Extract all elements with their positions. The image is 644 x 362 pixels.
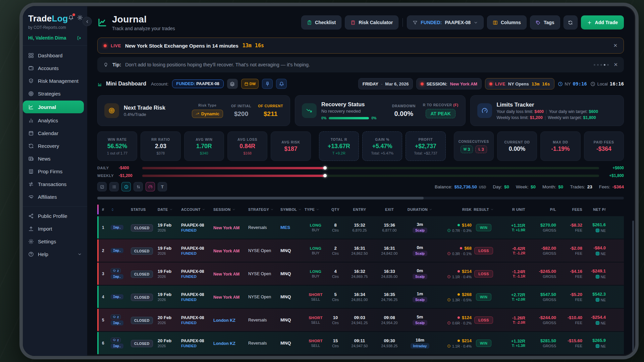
bar-chart-icon <box>28 118 34 123</box>
trade-strategy: Reversals <box>248 341 280 346</box>
sidebar-item-public-profile[interactable]: Public Profile <box>23 209 87 222</box>
sidebar-item-recovery[interactable]: Recovery <box>23 139 87 152</box>
sidebar-item-risk-management[interactable]: Risk Management <box>23 74 87 87</box>
fees-value: -$2.08 <box>556 246 582 251</box>
edit-note-button[interactable] <box>97 182 107 191</box>
column-type[interactable]: TYPE <box>305 207 327 212</box>
r-unit-value: +1.32R <box>496 339 525 344</box>
balance-summary: Balance:$52,736.50USD Day:$0 Week:$0 Mon… <box>435 184 624 189</box>
refresh-button[interactable] <box>564 15 578 29</box>
layers-toggle-button[interactable] <box>227 79 238 89</box>
column-pl[interactable]: P/L <box>525 207 556 212</box>
fees-total: -$364 <box>612 184 624 189</box>
column-exit[interactable]: EXIT <box>375 207 404 212</box>
sidebar-item-import[interactable]: Import <box>23 222 87 235</box>
column-date[interactable]: DATE <box>158 207 181 212</box>
sidebar-item-calendar[interactable]: Calendar <box>23 127 87 139</box>
horizontal-scrollbar-thumb[interactable] <box>97 197 424 199</box>
trade-account: PAAPEX-08 <box>181 269 213 274</box>
trade-strategy: NYSE Open <box>248 248 280 253</box>
sidebar-item-accounts[interactable]: Accounts <box>23 62 87 74</box>
close-banner-icon[interactable]: ✕ <box>613 43 618 49</box>
close-tip-icon[interactable]: ✕ <box>613 62 618 68</box>
newspaper-icon <box>28 156 34 162</box>
column-strategy[interactable]: STRATEGY <box>248 207 280 212</box>
app-tagline: by COT-Reports.com <box>28 25 68 30</box>
account-badge[interactable]: FUNDED: PAAPEX-08 <box>172 79 224 88</box>
gauge-toggle-button[interactable] <box>146 182 155 191</box>
mini-dashboard-bar: Mini Dashboard Account: FUNDED: PAAPEX-0… <box>97 77 624 90</box>
sidebar-item-dashboard[interactable]: Dashboard <box>23 49 87 62</box>
column-status[interactable]: STATUS <box>131 207 158 212</box>
column-qty[interactable]: QTY <box>327 207 344 212</box>
sidebar-item-transactions[interactable]: Transactions <box>23 178 87 190</box>
info-toggle-button[interactable] <box>121 182 131 191</box>
sidebar-collapse-button[interactable] <box>83 17 92 26</box>
entry-time: 15:32 <box>344 223 375 228</box>
exit-time: 09:30 <box>375 338 404 343</box>
weekly-limit-bar: WEEKLY -$1,200 +$1,800 <box>97 173 624 178</box>
sort-button[interactable] <box>133 182 143 191</box>
stat-card: AVG RISK $187 <box>271 131 311 161</box>
stat-card: MAX DD -1.19% <box>540 131 580 161</box>
pin-button[interactable] <box>262 79 273 89</box>
sidebar-item-settings[interactable]: Settings <box>23 235 87 248</box>
mini-dashboard-title: Mini Dashboard <box>106 81 146 87</box>
tip-text: Don't add to losing positions hoping the… <box>125 62 310 67</box>
tags-button[interactable]: Tags <box>530 15 560 29</box>
daily-weekly-toggle-button[interactable]: DW <box>241 79 259 89</box>
text-tool-button[interactable]: T <box>158 182 167 191</box>
risk-dot-icon <box>458 340 460 342</box>
notifications-bell-icon[interactable] <box>68 15 74 20</box>
stat-subvalue: T +9.2R <box>332 151 345 155</box>
sidebar-item-strategies[interactable]: Strategies <box>23 87 87 100</box>
column-session[interactable]: SESSION <box>213 207 248 212</box>
checklist-button[interactable]: Checklist <box>301 15 341 29</box>
column-fees[interactable]: FEES <box>556 207 582 212</box>
duration-tag: Scalp <box>413 228 427 233</box>
column-duration[interactable]: DURATION <box>404 207 436 212</box>
sidebar-item-help[interactable]: Help <box>23 248 87 260</box>
table-row[interactable]: 6 2 Imp. CLOSED 20 Feb2026 PAAPEX-08FUND… <box>97 332 624 354</box>
sidebar-item-analytics[interactable]: Analytics <box>23 114 87 127</box>
table-row[interactable]: 4 Imp. CLOSED 19 Feb2026 PAAPEX-08FUNDED… <box>97 286 624 308</box>
tip-pagination-dots[interactable] <box>594 64 609 66</box>
column-net-pl[interactable]: NET P/ <box>582 207 606 212</box>
sidebar-item-news[interactable]: News <box>23 152 87 165</box>
trade-session: New York AM <box>213 249 239 253</box>
account-filter-button[interactable]: FUNDED:PAAPEX-08 <box>407 15 484 29</box>
table-row[interactable]: 1 Imp. CLOSED 19 Feb2026 PAAPEX-08FUNDED… <box>97 216 624 239</box>
net-pl-value: $265.9 <box>582 338 606 343</box>
theme-toggle-icon[interactable] <box>77 15 83 20</box>
sidebar-item-prop-firms[interactable]: Prop Firms <box>23 165 87 178</box>
result-badge: LOSS <box>474 270 493 278</box>
add-trade-button[interactable]: Add Trade <box>581 15 624 29</box>
column-entry[interactable]: ENTRY <box>344 207 375 212</box>
table-row[interactable]: 5 2 Imp. CLOSED 20 Feb2026 PAAPEX-08FUND… <box>97 309 624 331</box>
column-account[interactable]: ACCOUNT <box>181 207 213 212</box>
alerts-bell-button[interactable] <box>276 79 287 89</box>
sidebar-item-affiliates[interactable]: Affiliates <box>23 190 87 203</box>
local-clock: Local16:16 <box>590 81 624 86</box>
risk-calculator-button[interactable]: Risk Calculator <box>345 15 398 29</box>
sidebar-item-journal[interactable]: Journal <box>23 101 84 113</box>
column-symbol[interactable]: SYMBOL <box>280 207 305 212</box>
column-sort[interactable] <box>111 208 131 212</box>
main-content: Journal Track and analyze your trades Ch… <box>87 6 635 356</box>
trade-direction: SHORT <box>305 293 327 297</box>
refresh-icon <box>568 20 573 25</box>
column-risk[interactable]: RISK <box>436 207 472 212</box>
stat-label: MAX DD <box>553 140 568 144</box>
risk-type-badge[interactable]: Dynamic <box>192 110 223 118</box>
exit-time: 15:36 <box>375 223 404 228</box>
list-view-button[interactable] <box>109 182 119 191</box>
logout-icon[interactable] <box>77 36 82 41</box>
stat-value: 56.52% <box>107 143 127 150</box>
column-number[interactable]: # <box>102 207 111 212</box>
columns-button[interactable]: Columns <box>487 15 527 29</box>
column-result[interactable]: RESULT <box>472 207 496 212</box>
vertical-scrollbar[interactable] <box>632 221 634 351</box>
table-row[interactable]: 3 2 Imp. CLOSED 19 Feb2026 PAAPEX-08FUND… <box>97 262 624 285</box>
table-row[interactable]: 2 Imp. CLOSED 19 Feb2026 PAAPEX-08FUNDED… <box>97 239 624 262</box>
column-r-unit[interactable]: R UNIT <box>496 207 525 212</box>
